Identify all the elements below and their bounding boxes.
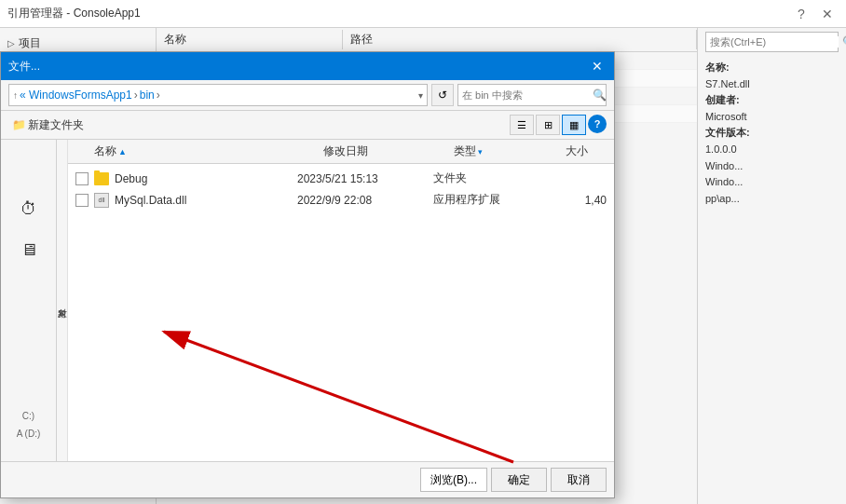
file-row-debug[interactable]: Debug 2023/5/21 15:13 文件夹 [68,168,614,189]
dialog-file-area: 对象 名称 ▲ 修改日期 类型 [57,140,614,461]
detail-view-button[interactable]: ⊞ [536,115,560,135]
file-checkbox[interactable] [75,172,89,185]
desktop-icon: 🖥 [20,240,37,260]
file-size: 1,40 [551,194,607,207]
right-panel: 🔍 名称: S7.Net.dll 创建者: Microsoft 文件版本: 1.… [697,28,846,504]
dialog-file-header: 名称 ▲ 修改日期 类型 ▾ 大小 [68,140,614,164]
breadcrumb: ↑ « WindowsFormsApp1 › bin › ▾ [8,84,428,106]
app-title: 引用管理器 - ConsoleApp1 [7,6,141,21]
file-col-date[interactable]: 修改日期 [316,142,446,161]
file-date: 2023/5/21 15:13 [297,172,428,185]
dialog-body: ⏱ 🖥 C:) A (D:) 对象 [1,140,614,461]
chevron-down-icon[interactable]: ▾ [418,90,423,101]
nav-item-c[interactable]: C:) [22,411,34,421]
file-checkbox[interactable] [75,194,89,207]
browse-button[interactable]: 浏览(B)... [420,468,487,492]
sort-asc-icon: ▲ [118,147,127,157]
search-icon: 🔍 [842,35,846,48]
dialog-close-button[interactable]: ✕ [588,59,607,74]
name-label: 名称: [705,61,730,73]
creator-value: Microsoft [705,109,839,126]
col-header-name: 名称 [157,30,343,49]
version-label: 文件版本: [705,127,750,138]
close-button[interactable]: ✕ [816,5,839,23]
title-bar: 引用管理器 - ConsoleApp1 ? ✕ [0,0,846,28]
dialog-toolbar: ↑ « WindowsFormsApp1 › bin › ▾ ↺ 🔍 [1,80,614,111]
confirm-button[interactable]: 确定 [491,468,547,492]
detail-view-button-2[interactable]: ▦ [562,115,586,135]
dialog-search-box[interactable]: 🔍 [457,84,607,106]
name-value: S7.Net.dll [705,76,839,93]
file-type: 应用程序扩展 [433,192,545,208]
sort-desc-icon: ▾ [478,147,483,157]
dialog-action-bar: 📁 新建文件夹 ☰ ⊞ ▦ ? [1,111,614,140]
dialog-title-bar: 文件... ✕ [1,52,614,80]
file-date: 2022/9/9 22:08 [297,194,428,207]
up-icon: ↑ [13,90,18,101]
cancel-button[interactable]: 取消 [551,468,607,492]
file-name: MySql.Data.dll [115,194,292,207]
search-input[interactable] [710,36,839,48]
file-col-name[interactable]: 名称 ▲ [87,142,316,161]
clock-icon: ⏱ [20,199,37,219]
file-type: 文件夹 [433,170,545,186]
path-label2: Windo... [705,174,839,191]
folder-icon [94,172,109,185]
search-icon: 🔍 [593,89,607,102]
dialog-bottom: 浏览(B)... 确定 取消 [1,461,614,497]
nav-icon-recent[interactable]: ⏱ [12,192,46,225]
breadcrumb-item-bin[interactable]: bin [140,89,155,102]
refresh-button[interactable]: ↺ [431,84,454,106]
path-label3: pp\ap... [705,191,839,208]
dialog-left-nav: ⏱ 🖥 C:) A (D:) [1,140,57,461]
file-name: Debug [115,172,292,185]
dialog-action-buttons: 浏览(B)... 确定 取消 [420,468,607,492]
table-header: 名称 路径 [157,28,697,52]
nav-item-d[interactable]: A (D:) [17,429,41,439]
dialog-search-input[interactable] [462,89,591,101]
breadcrumb-sep: › [157,89,160,102]
file-col-size[interactable]: 大小 [558,142,614,161]
help-button[interactable]: ? [588,115,607,133]
sidebar-item-label: 项目 [19,35,41,51]
file-row-mysqldll[interactable]: dll MySql.Data.dll 2022/9/9 22:08 应用程序扩展… [68,189,614,211]
dialog-file-list: Debug 2023/5/21 15:13 文件夹 dll MySql.Data… [68,164,614,461]
file-dialog: 文件... ✕ ↑ « WindowsFormsApp1 › bin › ▾ ↺… [0,51,615,498]
breadcrumb-item-app[interactable]: « WindowsFormsApp1 [20,89,132,102]
file-info-panel: 名称: S7.Net.dll 创建者: Microsoft 文件版本: 1.0.… [705,60,839,207]
folder-icon: 📁 [12,118,26,131]
right-search-box[interactable]: 🔍 [705,32,839,52]
nav-icon-desktop[interactable]: 🖥 [12,233,46,266]
left-sidebar-label[interactable]: 对象 [57,140,68,461]
help-button[interactable]: ? [790,5,812,23]
version-value: 1.0.0.0 [705,142,839,158]
dll-icon: dll [94,193,109,208]
file-col-type[interactable]: 类型 ▾ [446,142,558,161]
breadcrumb-sep: › [134,89,138,102]
creator-label: 创建者: [705,94,740,105]
new-folder-button[interactable]: 📁 新建文件夹 [8,116,88,135]
col-header-path: 路径 [343,30,697,49]
new-folder-label: 新建文件夹 [28,117,84,133]
dialog-title: 文件... [8,59,40,75]
list-view-button[interactable]: ☰ [510,115,534,135]
view-toggle: ☰ ⊞ ▦ ? [510,115,607,135]
path-label1: Windo... [705,158,839,175]
title-bar-controls: ? ✕ [790,5,839,23]
arrow-icon: ▷ [7,38,15,48]
